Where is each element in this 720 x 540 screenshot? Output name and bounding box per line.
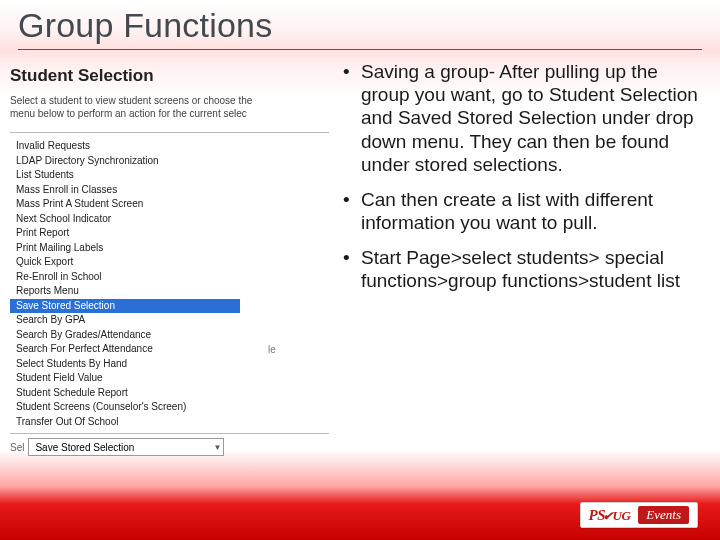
bullet-text: Saving a group- After pulling up the gro… [361,60,702,176]
bullet-item: •Start Page>select students> special fun… [343,246,702,304]
bullet-list: •Saving a group- After pulling up the gr… [343,60,702,305]
screenshot-panel: Student Selection Select a student to vi… [0,60,337,456]
list-item[interactable]: Search By GPA [10,313,240,328]
bullet-item: •Can then create a list with different i… [343,188,702,246]
list-item[interactable]: LDAP Directory Synchronization [10,154,240,169]
bullet-dot-icon: • [343,60,361,176]
panel-divider-1 [10,132,329,133]
list-item[interactable]: Next School Indicator [10,212,240,227]
slide-title: Group Functions [0,0,720,45]
bullet-dot-icon: • [343,188,361,234]
dropdown-value: Save Stored Selection [35,442,134,453]
list-item[interactable]: Mass Enroll in Classes [10,183,240,198]
bullet-item: •Saving a group- After pulling up the gr… [343,60,702,188]
list-item[interactable]: Print Report [10,226,240,241]
list-item[interactable]: Select Students By Hand [10,357,240,372]
logo-text-right: UG [613,508,631,524]
list-item[interactable]: Student Field Value [10,371,240,386]
selection-row: Sel Save Stored Selection ▼ [2,436,337,456]
panel-divider-2 [10,433,329,434]
panel-heading: Student Selection [2,60,337,94]
list-item[interactable]: Reports Menu [10,284,240,299]
content-row: Student Selection Select a student to vi… [0,50,720,456]
bullet-text: Can then create a list with different in… [361,188,702,234]
bullet-dot-icon: • [343,246,361,292]
list-item[interactable]: Transfer Out Of School [10,415,240,430]
function-listbox[interactable]: Invalid RequestsLDAP Directory Synchroni… [10,139,240,429]
right-text-column: •Saving a group- After pulling up the gr… [337,60,702,456]
list-item[interactable]: Search For Perfect Attendance [10,342,240,357]
panel-instruction: Select a student to view student screens… [2,94,337,122]
list-item[interactable]: Student Screens (Counselor's Screen) [10,400,240,415]
function-dropdown[interactable]: Save Stored Selection ▼ [28,438,224,456]
stray-text-le: le [268,344,276,355]
list-item[interactable]: Mass Print A Student Screen [10,197,240,212]
chevron-down-icon: ▼ [214,443,222,452]
list-item[interactable]: Invalid Requests [10,139,240,154]
list-item[interactable]: List Students [10,168,240,183]
swoosh-icon: ✔ [603,509,613,524]
bullet-text: Start Page>select students> special func… [361,246,702,292]
list-item[interactable]: Re-Enroll in School [10,270,240,285]
list-item[interactable]: Quick Export [10,255,240,270]
list-item[interactable]: Search By Grades/Attendance [10,328,240,343]
events-badge: Events [638,506,689,524]
list-item[interactable]: Print Mailing Labels [10,241,240,256]
slide-container: Group Functions Student Selection Select… [0,0,720,540]
list-item[interactable]: Save Stored Selection [10,299,240,314]
footer-badge: PS ✔ UG Events [580,502,698,528]
list-item[interactable]: Student Schedule Report [10,386,240,401]
select-label: Sel [10,442,24,453]
psug-logo: PS ✔ UG [589,507,631,524]
